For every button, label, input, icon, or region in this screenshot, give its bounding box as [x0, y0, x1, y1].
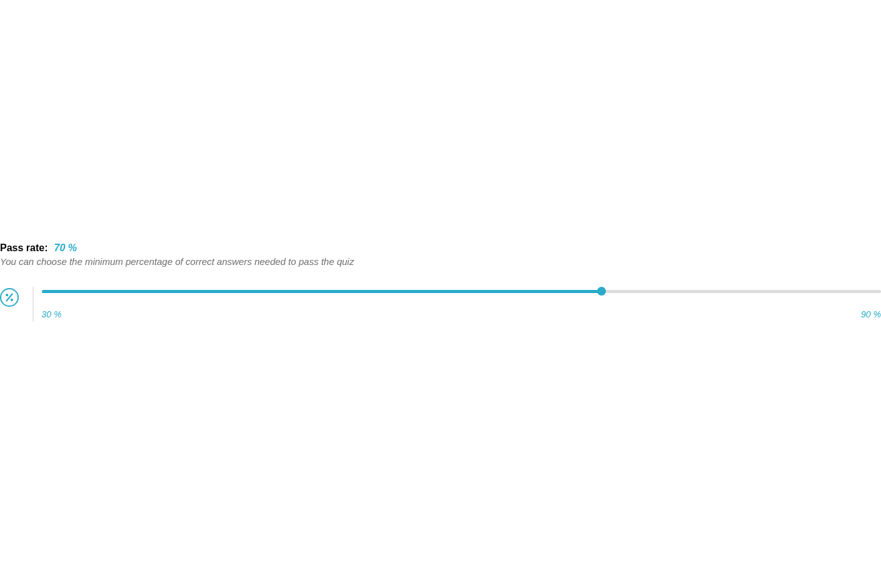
svg-point-0: [6, 294, 8, 296]
slider-col: 30 % 90 %: [42, 287, 882, 319]
slider-labels: 30 % 90 %: [42, 309, 882, 319]
pass-rate-description: You can choose the minimum percentage of…: [0, 256, 881, 267]
slider-min-label: 30 %: [42, 309, 62, 319]
slider-track-fill: [42, 290, 602, 293]
slider-max-label: 90 %: [861, 309, 881, 319]
pass-rate-label: Pass rate:: [0, 242, 48, 254]
percent-icon-col: [0, 287, 21, 307]
percent-icon: [0, 288, 19, 307]
slider-thumb[interactable]: [597, 287, 606, 296]
vertical-divider: [33, 287, 34, 322]
pass-rate-header: Pass rate: 70 %: [0, 242, 881, 254]
svg-point-1: [11, 299, 13, 301]
pass-rate-slider-row: 30 % 90 %: [0, 287, 881, 322]
pass-rate-slider[interactable]: [42, 287, 882, 296]
pass-rate-value: 70 %: [54, 242, 77, 254]
pass-rate-section: Pass rate: 70 % You can choose the minim…: [0, 242, 881, 322]
